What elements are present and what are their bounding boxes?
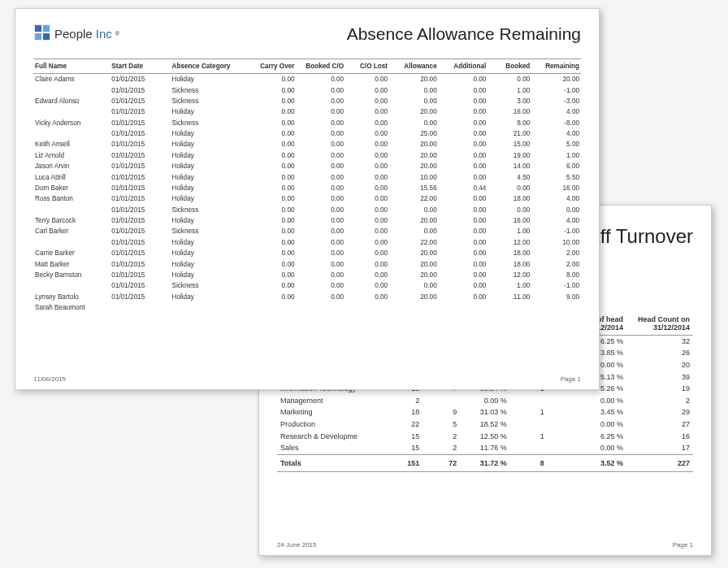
col-booked: Booked	[488, 59, 531, 74]
cell-bco: 0.00	[297, 258, 346, 269]
cell-date: 01/01/2015	[110, 258, 170, 269]
cell-date: 01/01/2015	[110, 237, 170, 248]
table-row: Becky Barnston01/01/2015Holiday0.000.000…	[33, 270, 581, 280]
cell-add: 0.00	[439, 215, 488, 226]
table-row: 01/01/2015Holiday0.000.000.0020.000.0016…	[33, 106, 581, 117]
brand-name-1: People	[54, 27, 93, 41]
cell-bco: 0.00	[297, 193, 346, 204]
cell-add: 0.00	[439, 292, 488, 302]
cell-rem: 4.00	[531, 193, 581, 204]
cell-add: 0.44	[439, 183, 488, 193]
cell-allow: 20.00	[389, 74, 439, 85]
cell-booked: 18.00	[488, 258, 531, 269]
cell-name: Liz Arnold	[33, 150, 110, 161]
table-row: Sarah Beaumont	[33, 302, 581, 313]
col-headcount: Head Count on 31/12/2014	[626, 313, 693, 335]
report-footer: 24 June 2015 Page 1	[277, 541, 693, 548]
cell-clost: 0.00	[345, 118, 389, 128]
cell-date: 01/01/2015	[110, 171, 170, 182]
cell-bco: 0.00	[297, 183, 346, 193]
cell-rem: 8.00	[531, 270, 581, 280]
cell-allow: 20.00	[389, 139, 439, 150]
cell-booked: 19.00	[488, 150, 531, 161]
cell-cat: Holiday	[170, 237, 246, 248]
totals-c2: 72	[422, 454, 460, 471]
cell-booked: 21.00	[488, 128, 531, 139]
cell-hc: 19	[626, 383, 693, 395]
svg-rect-2	[35, 33, 41, 40]
table-row: Luca Attrill01/01/2015Holiday0.000.000.0…	[33, 171, 581, 182]
cell-add: 0.00	[439, 248, 488, 258]
cell-clost: 0.00	[345, 226, 389, 236]
col-bookedco: Booked C/O	[297, 59, 346, 74]
cell-bco: 0.00	[297, 96, 346, 106]
table-row: Management20.00 %0.00 %2	[277, 395, 693, 407]
cell-c3: 12.50 %	[460, 430, 509, 442]
cell-date: 01/01/2015	[110, 161, 170, 171]
table-row: Jason Arvin01/01/2015Holiday0.000.000.00…	[33, 161, 581, 171]
cell-cat: Holiday	[170, 292, 246, 302]
cell-bco: 0.00	[297, 215, 346, 226]
cell-co: 0.00	[247, 74, 297, 85]
table-row: Sales15211.76 %0.00 %17	[277, 442, 693, 454]
cell-rem: 0.00	[531, 205, 581, 215]
cell-clost: 0.00	[345, 193, 389, 204]
cell-add: 0.00	[439, 280, 488, 291]
cell-allow: 20.00	[389, 215, 439, 226]
cell-booked: 16.00	[488, 106, 531, 117]
cell-rem: 16.00	[531, 183, 581, 193]
cell-pct: 0.00 %	[548, 395, 626, 407]
cell-dept: Sales	[277, 442, 385, 454]
cell-cat: Holiday	[170, 171, 246, 182]
cell-booked: 1.00	[488, 226, 531, 236]
cell-name	[33, 85, 110, 95]
cell-date: 01/01/2015	[110, 193, 170, 204]
table-row: Production22518.52 %0.00 %27	[277, 418, 693, 431]
cell-co: 0.00	[247, 280, 297, 291]
cell-name: Becky Barnston	[33, 270, 110, 280]
cell-c3: 0.00 %	[460, 395, 509, 407]
cell-date: 01/01/2015	[110, 85, 170, 95]
cell-co: 0.00	[247, 118, 297, 128]
cell-co: 0.00	[247, 258, 297, 269]
footer-page: Page 1	[561, 375, 581, 383]
cell-booked: 15.00	[488, 139, 531, 150]
tiles-icon	[33, 24, 51, 44]
report-title: Absence Allowance Remaining	[347, 24, 581, 44]
cell-rem: -3.00	[531, 96, 581, 106]
cell-booked: 12.00	[488, 237, 531, 248]
cell-date: 01/01/2015	[110, 248, 170, 258]
cell-co: 0.00	[247, 193, 297, 204]
cell-cat: Holiday	[170, 215, 246, 226]
footer-date: 11/06/2015	[33, 375, 66, 383]
cell-allow: 22.00	[389, 193, 439, 204]
cell-c2: 9	[422, 406, 460, 418]
cell-bco: 0.00	[297, 270, 346, 280]
svg-rect-0	[35, 25, 41, 32]
cell-booked: 18.00	[488, 193, 531, 204]
cell-dept: Research & Developme	[277, 430, 385, 442]
cell-c1: 15	[385, 430, 422, 442]
cell-bco: 0.00	[297, 280, 346, 291]
cell-c3: 18.52 %	[460, 418, 509, 431]
cell-cat: Holiday	[170, 150, 246, 161]
registered-mark: ®	[115, 31, 119, 37]
cell-name	[33, 106, 110, 117]
cell-add: 0.00	[439, 193, 488, 204]
cell-allow: 0.00	[389, 118, 439, 128]
cell-c3: 11.76 %	[460, 442, 509, 454]
brand-name-2: Inc	[96, 27, 112, 41]
col-remaining: Remaining	[531, 59, 581, 74]
cell-booked: 0.00	[488, 183, 531, 193]
cell-rem	[531, 302, 581, 313]
cell-co: 0.00	[247, 96, 297, 106]
cell-cat: Sickness	[170, 85, 246, 95]
cell-clost: 0.00	[345, 258, 389, 269]
cell-cat: Holiday	[170, 270, 246, 280]
table-row: 01/01/2015Sickness0.000.000.000.000.001.…	[33, 85, 581, 95]
cell-rem: 2.00	[531, 258, 581, 269]
cell-cat: Holiday	[170, 139, 246, 150]
cell-allow: 22.00	[389, 237, 439, 248]
cell-allow: 20.00	[389, 161, 439, 171]
cell-rem: 10.00	[531, 237, 581, 248]
